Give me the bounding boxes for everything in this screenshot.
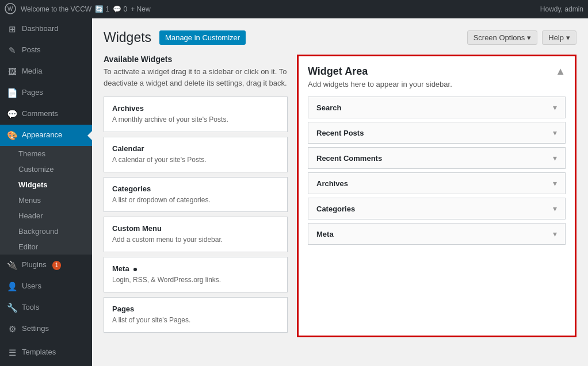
- widget-area-panel: Widget Area Add widgets here to appear i…: [297, 55, 576, 337]
- sidebar-label-dashboard: Dashboard: [22, 24, 59, 34]
- submenu-header[interactable]: Header: [0, 208, 92, 224]
- widget-item-pages[interactable]: Pages A list of your site's Pages.: [104, 297, 288, 333]
- admin-bar: W Welcome to the VCCW 🔄 1 💬 0 + New Howd…: [0, 0, 588, 18]
- top-buttons: Screen Options ▾ Help ▾: [467, 30, 576, 45]
- chevron-down-icon: ▾: [566, 33, 570, 42]
- widget-area-item-meta[interactable]: Meta ▾: [308, 223, 566, 245]
- plugins-icon: 🔌: [7, 259, 17, 271]
- widget-name: Archives: [316, 179, 348, 188]
- widget-desc: Login, RSS, & WordPress.org links.: [112, 275, 279, 285]
- available-widgets-panel: Available Widgets To activate a widget d…: [104, 55, 288, 337]
- posts-icon: ✎: [7, 44, 17, 56]
- templates-icon: ☰: [7, 346, 17, 359]
- tools-icon: 🔧: [7, 302, 17, 314]
- sidebar-label-comments: Comments: [22, 109, 58, 119]
- chevron-down-icon: ▾: [527, 33, 531, 42]
- sidebar-item-settings[interactable]: ⚙ Settings: [0, 318, 92, 340]
- howdy-text: Howdy, admin: [540, 5, 583, 13]
- chevron-down-icon: ▾: [553, 229, 557, 238]
- available-widgets-heading: Available Widgets: [104, 55, 288, 64]
- plugins-badge: 1: [52, 261, 62, 270]
- sidebar-label-posts: Posts: [22, 45, 41, 55]
- submenu-editor[interactable]: Editor: [0, 239, 92, 255]
- widget-item-calendar[interactable]: Calendar A calendar of your site's Posts…: [104, 137, 288, 172]
- widget-name: Categories: [316, 205, 355, 213]
- sidebar-item-users[interactable]: 👤 Users: [0, 276, 92, 297]
- manage-in-customizer-button[interactable]: Manage in Customizer: [159, 30, 246, 45]
- widget-item-archives[interactable]: Archives A monthly archive of your site'…: [104, 97, 288, 132]
- sidebar-label-templates: Templates: [22, 347, 56, 357]
- sidebar-item-pages[interactable]: 📄 Pages: [0, 82, 92, 103]
- page-title-area: Widgets Manage in Customizer: [104, 30, 246, 45]
- widget-desc: A list or dropdown of categories.: [112, 195, 279, 205]
- widget-area-description: Add widgets here to appear in your sideb…: [308, 80, 452, 88]
- widget-area-info: Widget Area Add widgets here to appear i…: [308, 66, 452, 88]
- widget-area-item-search[interactable]: Search ▾: [308, 97, 566, 118]
- screen-options-button[interactable]: Screen Options ▾: [467, 30, 538, 45]
- sidebar-item-dashboard[interactable]: ⊞ Dashboard: [0, 18, 92, 40]
- widgets-layout: Available Widgets To activate a widget d…: [104, 55, 576, 337]
- sidebar-item-posts[interactable]: ✎ Posts: [0, 40, 92, 61]
- widget-item-categories[interactable]: Categories A list or dropdown of categor…: [104, 177, 288, 213]
- help-button[interactable]: Help ▾: [542, 30, 576, 45]
- submenu-customize[interactable]: Customize: [0, 161, 92, 177]
- widget-desc: A calendar of your site's Posts.: [112, 155, 279, 165]
- sidebar-label-appearance: Appearance: [22, 130, 62, 140]
- widget-title: Custom Menu: [112, 224, 279, 233]
- users-icon: 👤: [7, 280, 17, 292]
- dashboard-icon: ⊞: [7, 23, 17, 35]
- sidebar-item-comments[interactable]: 💬 Comments: [0, 103, 92, 125]
- available-widgets-description: To activate a widget drag it to a sideba…: [104, 66, 288, 88]
- sidebar-label-plugins: Plugins: [22, 260, 47, 270]
- widget-item-meta[interactable]: Meta Login, RSS, & WordPress.org links.: [104, 257, 288, 292]
- widget-title: Meta: [112, 264, 279, 273]
- widget-desc: A monthly archive of your site's Posts.: [112, 115, 279, 125]
- widget-name: Recent Posts: [316, 129, 364, 137]
- widget-area-header: Widget Area Add widgets here to appear i…: [308, 66, 566, 88]
- widget-area-title: Widget Area: [308, 66, 452, 78]
- widget-name: Search: [316, 103, 341, 112]
- media-icon: 🖼: [7, 66, 17, 78]
- chevron-down-icon: ▾: [553, 179, 557, 188]
- site-name[interactable]: Welcome to the VCCW 🔄 1 💬 0 + New: [21, 5, 151, 13]
- wp-logo: W: [5, 3, 16, 16]
- submenu-background[interactable]: Background: [0, 224, 92, 239]
- widget-area-item-archives[interactable]: Archives ▾: [308, 172, 566, 194]
- widget-area-collapse-button[interactable]: ▲: [555, 66, 566, 78]
- sidebar-item-tools[interactable]: 🔧 Tools: [0, 297, 92, 318]
- widget-title: Categories: [112, 184, 279, 193]
- meta-dot: [133, 268, 137, 271]
- submenu-widgets[interactable]: Widgets: [0, 177, 92, 192]
- chevron-down-icon: ▾: [553, 128, 557, 137]
- widget-area-item-recent-comments[interactable]: Recent Comments ▾: [308, 147, 566, 169]
- sidebar-label-users: Users: [22, 281, 41, 291]
- page-header: Widgets Manage in Customizer Screen Opti…: [104, 30, 576, 45]
- widget-title: Archives: [112, 104, 279, 113]
- appearance-submenu: Themes Customize Widgets Menus Header Ba…: [0, 146, 92, 255]
- sidebar-label-tools: Tools: [22, 302, 39, 313]
- widget-area-item-categories[interactable]: Categories ▾: [308, 198, 566, 219]
- page-title: Widgets: [104, 30, 151, 45]
- sidebar-item-plugins[interactable]: 🔌 Plugins 1: [0, 255, 92, 276]
- pages-icon: 📄: [7, 87, 17, 99]
- widget-desc: A list of your site's Pages.: [112, 315, 279, 325]
- submenu-menus[interactable]: Menus: [0, 192, 92, 208]
- sidebar-label-pages: Pages: [22, 87, 43, 98]
- sidebar-label-settings: Settings: [22, 323, 49, 334]
- svg-text:W: W: [7, 6, 13, 12]
- main-content: Widgets Manage in Customizer Screen Opti…: [92, 18, 588, 366]
- sidebar-item-media[interactable]: 🖼 Media: [0, 61, 92, 82]
- submenu-themes[interactable]: Themes: [0, 146, 92, 161]
- admin-menu: ⊞ Dashboard ✎ Posts 🖼 Media 📄 Pages 💬 Co…: [0, 18, 92, 366]
- widget-name: Meta: [316, 230, 334, 238]
- settings-icon: ⚙: [7, 323, 17, 335]
- sidebar-item-appearance[interactable]: 🎨 Appearance: [0, 125, 92, 146]
- widget-area-item-recent-posts[interactable]: Recent Posts ▾: [308, 122, 566, 144]
- widget-name: Recent Comments: [316, 154, 382, 163]
- comments-icon: 💬: [7, 108, 17, 120]
- appearance-icon: 🎨: [7, 129, 17, 141]
- chevron-down-icon: ▾: [553, 153, 557, 163]
- sidebar-item-templates[interactable]: ☰ Templates: [0, 342, 92, 363]
- menu-arrow: [87, 131, 92, 140]
- widget-item-custom-menu[interactable]: Custom Menu Add a custom menu to your si…: [104, 217, 288, 252]
